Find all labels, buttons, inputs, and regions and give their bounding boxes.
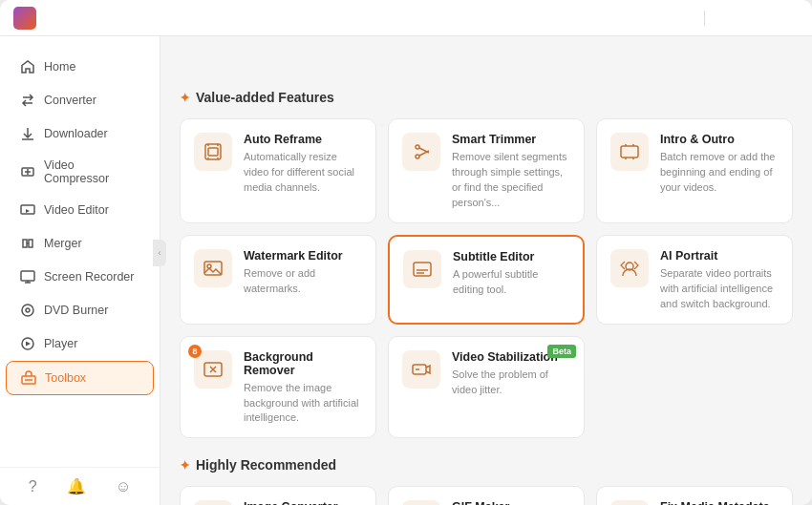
- main-content: ✦Value-added Features Auto Reframe Autom…: [160, 36, 812, 505]
- svg-point-9: [416, 145, 419, 149]
- nav-label-screen-recorder: Screen Recorder: [44, 270, 135, 284]
- card-title-subtitle-editor: Subtitle Editor: [453, 250, 569, 263]
- dvd-burner-nav-icon: [19, 302, 36, 319]
- section-value-added: ✦Value-added Features Auto Reframe Autom…: [180, 90, 793, 438]
- card-title-smart-trimmer: Smart Trimmer: [452, 133, 570, 146]
- card-icon-smart-trimmer: [402, 133, 440, 171]
- card-desc-video-stabilization: Solve the problem of video jitter.: [452, 368, 570, 398]
- content-area: ✦Value-added Features Auto Reframe Autom…: [160, 73, 812, 505]
- card-icon-subtitle-editor: [403, 250, 441, 288]
- sidebar-item-downloader[interactable]: Downloader: [6, 117, 154, 150]
- video-editor-nav-icon: [19, 201, 36, 219]
- screen-recorder-nav-icon: [19, 268, 36, 285]
- svg-point-10: [416, 155, 419, 158]
- sidebar-collapse-handle[interactable]: ‹: [153, 240, 166, 266]
- svg-rect-14: [414, 263, 431, 276]
- nav-label-home: Home: [44, 60, 75, 74]
- feature-grid-highly-recommended: Image Converter Convert images to other …: [180, 486, 793, 505]
- card-desc-watermark-editor: Remove or add watermarks.: [244, 266, 362, 297]
- nav-label-video-editor: Video Editor: [44, 203, 109, 217]
- feature-grid-value-added: Auto Reframe Automatically resize video …: [180, 118, 793, 438]
- card-title-intro-outro: Intro & Outro: [660, 133, 779, 146]
- sidebar-item-toolbox[interactable]: Toolbox: [6, 361, 154, 395]
- svg-rect-8: [208, 148, 218, 156]
- card-icon-ai-portrait: [610, 249, 649, 287]
- svg-rect-2: [21, 271, 34, 281]
- card-image-converter[interactable]: Image Converter Convert images to other …: [180, 486, 376, 505]
- card-desc-ai-portrait: Separate video portraits with artificial…: [660, 266, 779, 312]
- nav-label-merger: Merger: [44, 237, 82, 250]
- nav-label-downloader: Downloader: [44, 127, 108, 140]
- card-title-watermark-editor: Watermark Editor: [244, 249, 362, 263]
- feedback-icon[interactable]: ☺: [116, 478, 131, 495]
- sidebar-item-converter[interactable]: Converter: [6, 84, 154, 116]
- nav-label-dvd-burner: DVD Burner: [44, 304, 108, 317]
- notification-dot: 8: [188, 345, 202, 358]
- card-desc-background-remover: Remove the image background with artific…: [244, 381, 362, 427]
- card-icon-auto-reframe: [194, 133, 232, 171]
- card-subtitle-editor[interactable]: Subtitle Editor A powerful subtitle edit…: [388, 235, 585, 325]
- card-ai-portrait[interactable]: AI Portrait Separate video portraits wit…: [596, 235, 793, 325]
- card-desc-intro-outro: Batch remove or add the beginning and en…: [660, 150, 779, 196]
- card-intro-outro[interactable]: Intro & Outro Batch remove or add the be…: [596, 118, 793, 223]
- beta-badge: Beta: [547, 345, 576, 358]
- nav-label-player: Player: [44, 337, 77, 350]
- card-icon-image-converter: [194, 500, 232, 505]
- section-star-icon: ✦: [180, 91, 190, 105]
- nav-label-converter: Converter: [44, 94, 96, 107]
- card-icon-intro-outro: [610, 133, 649, 171]
- card-gif-maker[interactable]: GIF GIF Maker Make GIF from videos or pi…: [388, 486, 585, 505]
- app-logo: [13, 7, 36, 30]
- alerts-icon[interactable]: 🔔: [67, 477, 86, 495]
- sidebar-item-merger[interactable]: Merger: [6, 227, 154, 260]
- nav-label-video-compressor: Video Compressor: [44, 158, 140, 185]
- nav-label-toolbox: Toolbox: [45, 371, 86, 385]
- card-auto-reframe[interactable]: Auto Reframe Automatically resize video …: [180, 118, 376, 223]
- converter-nav-icon: [19, 92, 36, 109]
- app-window: Home Converter Downloader Video Compress…: [0, 0, 812, 505]
- card-title-image-converter: Image Converter: [244, 500, 362, 505]
- downloader-nav-icon: [19, 125, 36, 142]
- card-background-remover[interactable]: 8 Background Remover Remove the image ba…: [180, 336, 376, 439]
- home-nav-icon: [19, 58, 36, 75]
- sidebar-item-player[interactable]: Player: [6, 327, 154, 360]
- svg-point-4: [26, 308, 30, 312]
- card-title-auto-reframe: Auto Reframe: [244, 133, 362, 146]
- sidebar-item-home[interactable]: Home: [6, 51, 154, 83]
- merger-nav-icon: [19, 235, 36, 252]
- card-icon-gif-maker: GIF: [402, 500, 440, 505]
- section-highly-recommended: ✦Highly Recommended Image Converter Conv…: [180, 457, 793, 505]
- card-fix-media-metadata[interactable]: Fix Media Metadata Auto-fix and edit med…: [596, 486, 793, 505]
- toolbox-nav-icon: [20, 369, 37, 387]
- card-desc-auto-reframe: Automatically resize video for different…: [244, 150, 362, 196]
- sidebar-item-screen-recorder[interactable]: Screen Recorder: [6, 261, 154, 293]
- player-nav-icon: [19, 335, 36, 352]
- card-icon-fix-media-metadata: [610, 500, 649, 505]
- section-title-value-added: ✦Value-added Features: [180, 90, 793, 105]
- section-title-highly-recommended: ✦Highly Recommended: [180, 457, 793, 473]
- card-title-gif-maker: GIF Maker: [452, 500, 570, 505]
- sidebar-item-dvd-burner[interactable]: DVD Burner: [6, 294, 154, 326]
- card-icon-video-stabilization: [402, 350, 440, 389]
- card-title-ai-portrait: AI Portrait: [660, 249, 779, 263]
- sidebar-bottom: ? 🔔 ☺: [0, 467, 160, 505]
- svg-rect-11: [621, 146, 638, 158]
- card-desc-subtitle-editor: A powerful subtitle editing tool.: [453, 267, 569, 298]
- card-icon-watermark-editor: [194, 249, 232, 287]
- help-icon[interactable]: ?: [29, 478, 37, 495]
- window-titlebar: [0, 0, 812, 36]
- nav-items: Home Converter Downloader Video Compress…: [0, 44, 160, 467]
- svg-rect-1: [21, 205, 34, 214]
- divider: [704, 11, 705, 26]
- sidebar-item-video-compressor[interactable]: Video Compressor: [6, 151, 154, 193]
- card-desc-smart-trimmer: Remove silent segments through simple se…: [452, 150, 570, 211]
- card-video-stabilization[interactable]: Beta Video Stabilization Solve the probl…: [388, 336, 585, 439]
- section-star-icon: ✦: [180, 458, 190, 473]
- window-body: Home Converter Downloader Video Compress…: [0, 36, 812, 505]
- card-title-fix-media-metadata: Fix Media Metadata: [660, 500, 779, 505]
- card-smart-trimmer[interactable]: Smart Trimmer Remove silent segments thr…: [388, 118, 585, 223]
- card-title-background-remover: Background Remover: [244, 350, 362, 377]
- card-watermark-editor[interactable]: Watermark Editor Remove or add watermark…: [180, 235, 376, 325]
- sidebar-item-video-editor[interactable]: Video Editor: [6, 194, 154, 226]
- sidebar: Home Converter Downloader Video Compress…: [0, 36, 160, 505]
